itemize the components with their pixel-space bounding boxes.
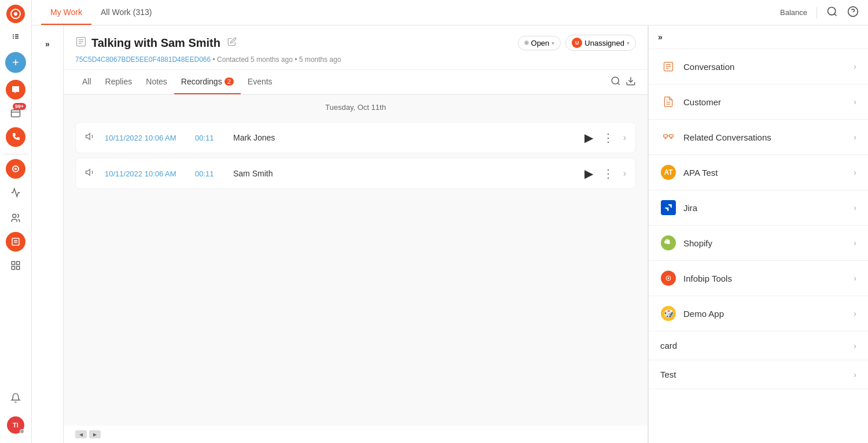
conversation-tabs-bar: All Replies Notes Recordings 2 Events	[64, 70, 648, 95]
right-section-related: Related Conversations ›	[649, 120, 868, 155]
edit-icon[interactable]	[227, 37, 237, 49]
svg-rect-9	[12, 261, 14, 264]
sidebar-icon-users[interactable]	[4, 206, 27, 230]
svg-point-20	[612, 77, 619, 84]
sidebar-icon-phone[interactable]	[6, 127, 25, 147]
section-chevron-related: ›	[854, 132, 856, 142]
tab-all-work[interactable]: All Work (313)	[91, 1, 161, 25]
right-section-test: Test ›	[649, 360, 868, 389]
rec-volume-icon-1	[85, 131, 95, 145]
section-label-jira: Jira	[683, 203, 847, 213]
section-label-conversation: Conversation	[683, 62, 847, 72]
top-nav-right: Balance	[780, 6, 859, 20]
section-row-demo[interactable]: 🎲 Demo App ›	[649, 296, 868, 331]
contact-info: Contacted 5 months ago • 5 months ago	[217, 56, 341, 64]
tab-my-work[interactable]: My Work	[41, 1, 91, 25]
svg-point-5	[13, 214, 16, 217]
rec-more-btn-1[interactable]: ⋮	[602, 131, 614, 145]
section-row-shopify[interactable]: Shopify ›	[649, 226, 868, 260]
assignee-label: Unassigned	[584, 39, 624, 47]
sidebar-icon-record[interactable]	[6, 159, 25, 179]
right-panel: » Conversation › Customer	[648, 25, 868, 443]
section-label-customer: Customer	[683, 97, 847, 107]
section-row-conversation[interactable]: Conversation ›	[649, 49, 868, 84]
sidebar-icon-chart[interactable]	[4, 181, 27, 204]
section-chevron-jira: ›	[854, 203, 856, 212]
right-section-apa: AT APA Test ›	[649, 155, 868, 190]
section-chevron-shopify: ›	[854, 238, 856, 248]
tab-all[interactable]: All	[75, 70, 98, 94]
conv-header-actions: Open ▾ U Unassigned ▾	[518, 35, 636, 51]
svg-rect-6	[12, 238, 19, 245]
rec-chevron-2[interactable]: ›	[623, 168, 626, 179]
section-label-shopify: Shopify	[683, 238, 847, 248]
rec-play-btn-1[interactable]: ▶	[584, 131, 593, 145]
section-row-customer[interactable]: Customer ›	[649, 84, 868, 119]
right-section-infobip: Infobip Tools ›	[649, 261, 868, 296]
secondary-expand-btn[interactable]: »	[36, 32, 59, 56]
tab-events[interactable]: Events	[241, 70, 279, 94]
sidebar-expand-button[interactable]	[7, 28, 24, 45]
right-panel-header: »	[649, 25, 868, 49]
search-icon-btn[interactable]	[826, 6, 838, 20]
scroll-right[interactable]: ▶	[89, 430, 101, 438]
status-chevron: ▾	[551, 40, 554, 46]
user-avatar[interactable]: TI	[7, 416, 24, 434]
tabs-search-icon[interactable]	[610, 76, 621, 88]
right-panel-expand-btn[interactable]: »	[658, 32, 663, 42]
meta-separator: •	[213, 56, 218, 64]
rec-play-btn-2[interactable]: ▶	[584, 167, 593, 180]
assignee-chevron: ▾	[627, 40, 630, 46]
section-row-card[interactable]: card ›	[649, 331, 868, 360]
tab-notes[interactable]: Notes	[139, 70, 174, 94]
rec-date-1: 10/11/2022 10:06 AM	[105, 134, 186, 142]
tab-recordings[interactable]: Recordings 2	[174, 70, 241, 94]
sidebar-icon-bell[interactable]	[4, 386, 27, 409]
right-section-customer: Customer ›	[649, 84, 868, 120]
right-section-shopify: Shopify ›	[649, 226, 868, 261]
sidebar-icon-grid[interactable]	[4, 254, 27, 277]
jira-section-icon	[660, 200, 676, 216]
customer-section-icon	[660, 94, 676, 110]
left-sidebar: + 99+ TI	[0, 0, 32, 443]
svg-point-33	[668, 278, 670, 279]
section-chevron-apa: ›	[854, 168, 856, 177]
nav-divider	[816, 7, 817, 19]
help-icon-btn[interactable]	[847, 6, 859, 20]
recording-row-1[interactable]: 10/11/2022 10:06 AM 00:11 Mark Jones ▶ ⋮…	[75, 122, 636, 153]
sidebar-icon-inbox[interactable]: 99+	[4, 102, 27, 125]
scroll-left[interactable]: ◀	[75, 430, 87, 438]
section-row-jira[interactable]: Jira ›	[649, 190, 868, 225]
section-row-related[interactable]: Related Conversations ›	[649, 120, 868, 154]
svg-rect-12	[17, 267, 20, 270]
section-row-infobip[interactable]: Infobip Tools ›	[649, 261, 868, 296]
section-label-apa: APA Test	[683, 168, 847, 178]
sidebar-bottom: TI	[4, 386, 27, 438]
assignee-icon: U	[572, 38, 582, 48]
demo-section-icon: 🎲	[660, 305, 676, 322]
shopify-section-icon	[660, 235, 676, 251]
recordings-content: Tuesday, Oct 11th 10/11/2022 10:06 AM 00…	[64, 95, 648, 426]
app-logo[interactable]	[6, 5, 25, 23]
sidebar-icon-chat[interactable]	[6, 80, 25, 99]
svg-point-1	[14, 12, 17, 16]
tab-replies[interactable]: Replies	[98, 70, 139, 94]
status-badge[interactable]: Open ▾	[518, 36, 561, 50]
assignee-badge[interactable]: U Unassigned ▾	[565, 35, 636, 51]
right-section-jira: Jira ›	[649, 190, 868, 226]
section-row-apa[interactable]: AT APA Test ›	[649, 155, 868, 190]
section-chevron-customer: ›	[854, 97, 856, 106]
add-button[interactable]: +	[5, 52, 26, 73]
sidebar-icon-reports[interactable]	[6, 232, 25, 252]
section-row-test[interactable]: Test ›	[649, 360, 868, 389]
recording-row-2[interactable]: 10/11/2022 10:06 AM 00:11 Sam Smith ▶ ⋮ …	[75, 158, 636, 189]
status-dot	[524, 40, 529, 45]
conversation-id-link[interactable]: 75C5D4C8067BDE5EE0F4881D48EED066	[75, 56, 211, 64]
rec-chevron-1[interactable]: ›	[623, 132, 626, 143]
apa-section-icon: AT	[660, 164, 676, 180]
rec-more-btn-2[interactable]: ⋮	[602, 167, 614, 180]
rec-name-1: Mark Jones	[233, 133, 575, 142]
section-chevron-conversation: ›	[854, 62, 856, 71]
inbox-badge: 99+	[13, 103, 26, 110]
tabs-download-icon[interactable]	[626, 76, 636, 88]
